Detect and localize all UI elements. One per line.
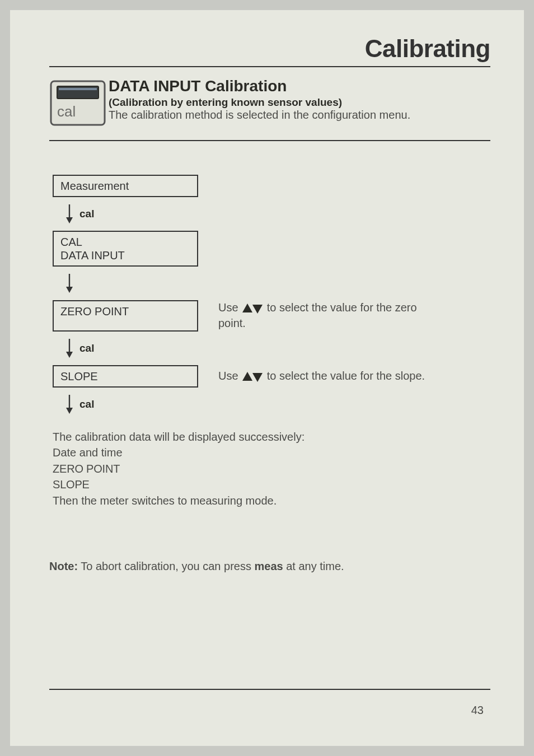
state-cal-data-input: CAL DATA INPUT (53, 231, 198, 267)
svg-rect-2 (59, 88, 97, 90)
arrow-down-icon (65, 204, 74, 223)
zero-point-desc: Use to select the value for the zero poi… (218, 300, 434, 331)
arrow-3-label: cal (79, 342, 94, 354)
state-zero-point: ZERO POINT (53, 300, 198, 332)
section-rule (49, 140, 490, 141)
note-prefix: Note: (49, 560, 78, 572)
final-line-4: SLOPE (53, 477, 490, 492)
arrow-down-icon (65, 339, 74, 358)
slope-desc: Use to select the value for the slope. (218, 368, 425, 384)
page-number: 43 (471, 704, 484, 717)
arrow-4-label: cal (79, 398, 94, 410)
svg-marker-7 (242, 304, 252, 312)
cal-icon-label: cal (57, 103, 76, 120)
final-line-2: Date and time (53, 445, 490, 460)
slope-desc-post: to select the value for the slope. (264, 370, 425, 382)
section-subheading: (Calibration by entering known sensor va… (109, 96, 490, 109)
svg-marker-8 (252, 305, 263, 314)
svg-marker-4 (66, 217, 73, 223)
final-line-5: Then the meter switches to measuring mod… (53, 493, 490, 508)
footer-rule (49, 689, 490, 690)
arrow-1-label: cal (79, 208, 94, 220)
svg-marker-11 (242, 372, 252, 381)
svg-marker-6 (66, 287, 73, 293)
arrow-down-icon (65, 395, 74, 414)
flow-arrow-1: cal (65, 200, 490, 227)
arrow-down-icon (65, 274, 74, 293)
state-slope: SLOPE (53, 365, 198, 388)
svg-marker-10 (66, 352, 73, 358)
final-line-1: The calibration data will be displayed s… (53, 429, 490, 445)
final-line-3: ZERO POINT (53, 461, 490, 477)
zero-point-desc-pre: Use (218, 301, 241, 314)
note-suffix: at any time. (283, 560, 344, 572)
flow-arrow-3: cal (65, 335, 490, 362)
section-heading: DATA INPUT Calibration (109, 77, 490, 95)
page-title: Calibrating (49, 35, 490, 63)
note-middle: To abort calibration, you can press (78, 560, 254, 572)
flow-final: The calibration data will be displayed s… (53, 429, 490, 508)
svg-marker-14 (66, 408, 73, 414)
note-emph: meas (254, 560, 283, 572)
section-header: cal DATA INPUT Calibration (Calibration … (49, 80, 490, 129)
state-measurement: Measurement (53, 175, 198, 197)
flow-diagram: Measurement cal CAL DATA INPUT ZERO POIN… (53, 175, 490, 508)
state-cal-line2: DATA INPUT (60, 249, 125, 262)
cal-device-icon: cal (49, 80, 106, 129)
flow-arrow-2 (65, 270, 490, 297)
svg-marker-12 (252, 373, 263, 382)
title-rule (49, 66, 490, 67)
slope-desc-pre: Use (218, 370, 241, 382)
up-down-icon (242, 304, 263, 314)
up-down-icon (242, 372, 263, 382)
section-lead: The calibration method is selected in th… (109, 109, 490, 122)
state-cal-line1: CAL (60, 236, 82, 248)
flow-arrow-4: cal (65, 391, 490, 418)
note: Note: To abort calibration, you can pres… (49, 560, 490, 573)
